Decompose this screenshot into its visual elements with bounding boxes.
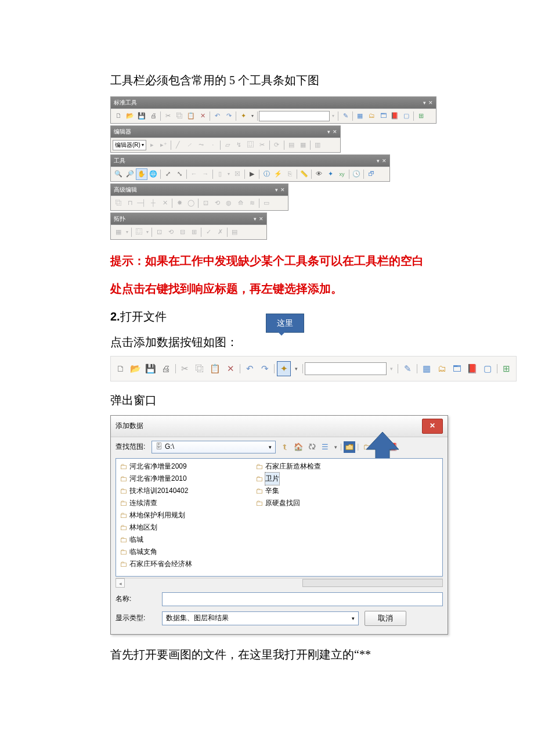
type-dropdown[interactable]: 数据集、图层和结果 ▾ [162, 611, 359, 625]
fixed-zoom-in-icon[interactable]: ⤢ [162, 168, 174, 180]
reshape-edge-icon[interactable]: ⊟ [176, 226, 188, 238]
print-icon[interactable]: 🖨 [158, 361, 172, 376]
cut-icon[interactable]: ✂ [178, 361, 192, 376]
toolbox-icon[interactable]: 📕 [466, 361, 479, 376]
up-folder-icon[interactable]: ⮬ [279, 441, 291, 453]
edit-tool-icon[interactable]: ▸ [146, 139, 158, 151]
html-popup-icon[interactable]: ⎘ [284, 168, 295, 180]
connect-folder-icon[interactable]: + [344, 441, 355, 453]
full-extent-icon[interactable]: 🌐 [147, 168, 159, 180]
identify-icon[interactable]: ⓘ [261, 168, 272, 180]
measure-icon[interactable]: 📏 [298, 168, 310, 180]
go-to-xy-icon[interactable]: xy [336, 168, 348, 180]
viewer-icon[interactable]: 🗗 [365, 168, 377, 180]
dropdown-icon[interactable]: ▾ [377, 156, 380, 165]
close-icon[interactable]: ✕ [382, 156, 387, 165]
attributes-icon[interactable]: ▤ [286, 139, 297, 151]
pan-icon[interactable]: ✋ [136, 168, 147, 180]
construct-geodetic-icon[interactable]: ◍ [223, 197, 234, 209]
delete-icon[interactable]: ✕ [223, 361, 237, 376]
trace-icon[interactable]: ⤳ [196, 139, 207, 151]
explode-icon[interactable]: ✸ [174, 197, 185, 209]
edit-annotation-icon[interactable]: ▸⁺ [158, 139, 169, 151]
python-icon[interactable]: ▢ [400, 110, 412, 122]
list-item[interactable]: 🗀河北省净增量2009 [118, 461, 231, 473]
close-icon[interactable]: ✕ [333, 127, 337, 136]
dropdown-icon[interactable]: ▾ [388, 361, 395, 376]
list-item[interactable]: 🗀河北省净增量2010 [118, 473, 231, 485]
list-item[interactable]: 🗀技术培训20140402 [118, 485, 231, 497]
list-item[interactable]: 🗀林地区划 [118, 522, 231, 534]
topology-edit-icon[interactable]: ⊡ [153, 226, 165, 238]
dropdown-icon[interactable]: ▾ [330, 110, 337, 122]
scroll-left-icon[interactable]: ◂ [116, 578, 125, 588]
rotate-icon[interactable]: ⟳ [271, 139, 283, 151]
error-inspector-icon[interactable]: ▤ [229, 226, 240, 238]
create-features-icon[interactable]: ▥ [312, 139, 323, 151]
find-icon[interactable]: 👁 [313, 168, 324, 180]
add-data-icon[interactable]: ✦ [237, 110, 249, 122]
time-slider-icon[interactable]: 🕓 [351, 168, 362, 180]
save-icon[interactable]: 💾 [143, 361, 157, 376]
search-window-icon[interactable]: 🗔 [450, 361, 464, 376]
reshape-icon[interactable]: ↯ [233, 139, 245, 151]
validate-topology-icon[interactable]: ✓ [203, 226, 214, 238]
model-builder-icon[interactable]: ⊞ [415, 110, 427, 122]
cancel-button[interactable]: 取消 [365, 611, 406, 626]
dropdown-icon[interactable]: ▾ [124, 226, 130, 238]
close-icon[interactable]: ✕ [280, 185, 285, 195]
find-route-icon[interactable]: ✦ [324, 168, 336, 180]
select-icon[interactable]: ▯ [214, 168, 226, 180]
dropdown-icon[interactable]: ▾ [333, 441, 338, 453]
hyperlink-icon[interactable]: ⚡ [272, 168, 284, 180]
point-icon[interactable]: · [207, 139, 219, 151]
close-icon[interactable]: ✕ [428, 98, 433, 107]
editor-toolbar-icon[interactable]: ✎ [340, 110, 351, 122]
list-view-icon[interactable]: ☰ [319, 441, 331, 453]
paste-icon[interactable]: 📋 [185, 110, 197, 122]
scroll-thumb[interactable] [302, 579, 443, 587]
list-item[interactable]: 🗀临城支角 [118, 546, 231, 558]
close-icon[interactable]: ✕ [259, 214, 264, 224]
list-item[interactable]: 🗀林地保护利用规划 [118, 510, 231, 521]
clear-selection-icon[interactable]: ☒ [232, 168, 243, 180]
dropdown-icon[interactable]: ▾ [275, 185, 278, 195]
split-icon[interactable]: ✂ [257, 139, 268, 151]
cut-icon[interactable]: ✂ [162, 110, 174, 122]
save-icon[interactable]: 💾 [136, 110, 147, 122]
sketch-properties-icon[interactable]: ▦ [297, 139, 309, 151]
trim-icon[interactable]: ┼ [147, 197, 159, 209]
smooth-icon[interactable]: ≋ [246, 197, 258, 209]
redo-icon[interactable]: ↷ [223, 110, 234, 122]
new-icon[interactable]: 🗋 [113, 361, 127, 376]
lookin-dropdown[interactable]: 🗄G:\ ▾ [151, 441, 276, 453]
list-item[interactable]: 🗀原硬盘找回 [254, 498, 367, 509]
align-to-shape-icon[interactable]: ⊞ [188, 226, 200, 238]
dialog-close-button[interactable]: ✕ [422, 419, 443, 434]
edit-vertices-icon[interactable]: ▱ [222, 139, 233, 151]
home-icon[interactable]: 🏠 [293, 441, 304, 453]
catalog-icon[interactable]: 🗂 [366, 110, 377, 122]
horizontal-scrollbar[interactable]: ◂ [116, 578, 443, 588]
python-icon[interactable]: ▢ [481, 361, 495, 376]
dropdown-icon[interactable]: ▾ [145, 226, 150, 238]
refresh-icon[interactable]: 🗘 [306, 441, 317, 453]
modify-edge-icon[interactable]: ⟲ [165, 226, 176, 238]
extend-icon[interactable]: ─┤ [136, 197, 147, 209]
replace-geom-icon[interactable]: ⟲ [211, 197, 223, 209]
dropdown-icon[interactable]: ▾ [292, 361, 300, 376]
table-icon[interactable]: ▦ [354, 110, 366, 122]
toolbox-icon[interactable]: 📕 [389, 110, 400, 122]
undo-icon[interactable]: ↶ [243, 361, 257, 376]
dropdown-icon[interactable]: ▾ [327, 127, 330, 136]
line-intersect-icon[interactable]: ✕ [159, 197, 171, 209]
copy-icon[interactable]: ⿻ [193, 361, 207, 376]
editor-menu-dropdown[interactable]: 编辑器(R)▾ [113, 140, 146, 150]
generalize-icon[interactable]: ⟰ [234, 197, 246, 209]
list-item-selected[interactable]: 🗀卫片 [254, 473, 367, 485]
dropdown-icon[interactable]: ▾ [423, 98, 426, 107]
scale-input[interactable] [305, 362, 387, 375]
list-item[interactable]: 🗀石家庄新造林检查 [254, 461, 367, 473]
new-icon[interactable]: 🗋 [113, 110, 124, 122]
list-item[interactable]: 🗀临城 [118, 534, 231, 546]
